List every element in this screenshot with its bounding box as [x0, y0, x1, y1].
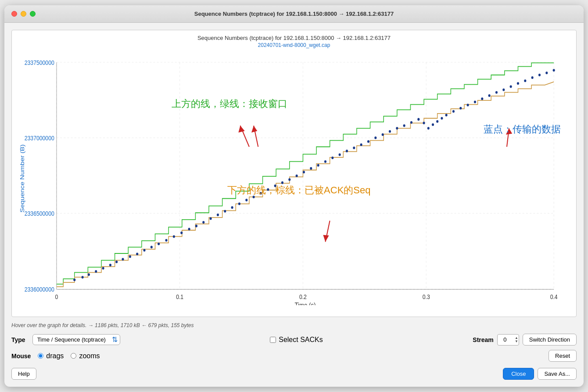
svg-text:2337000000: 2337000000	[25, 135, 54, 142]
svg-point-91	[553, 69, 555, 71]
svg-text:Time (s): Time (s)	[294, 302, 316, 305]
svg-point-63	[367, 140, 369, 143]
svg-point-48	[260, 192, 262, 195]
window-title: Sequence Numbers (tcptrace) for 192.168.…	[194, 11, 394, 17]
stream-wrapper: Stream ▲ ▼ Switch Direction	[473, 334, 577, 346]
content-area: Sequence Numbers (tcptrace) for 192.168.…	[4, 23, 584, 387]
svg-point-77	[452, 110, 455, 113]
svg-point-39	[195, 225, 197, 227]
svg-point-23	[82, 276, 84, 278]
svg-point-90	[545, 71, 548, 74]
svg-point-44	[231, 206, 233, 209]
select-sacks-label[interactable]: Select SACKs	[279, 336, 323, 344]
svg-point-82	[488, 94, 491, 97]
zooms-radio-wrapper: zooms	[71, 352, 100, 360]
svg-point-49	[267, 188, 269, 191]
type-select[interactable]: Time / Sequence (tcptrace)	[32, 334, 120, 345]
svg-point-57	[324, 160, 326, 163]
select-sacks-checkbox[interactable]	[270, 337, 276, 343]
help-button[interactable]: Help	[11, 368, 36, 380]
svg-point-87	[524, 79, 526, 82]
svg-point-28	[115, 260, 118, 263]
drags-label[interactable]: drags	[46, 352, 64, 360]
svg-marker-99	[506, 128, 512, 135]
type-label: Type	[11, 336, 25, 343]
svg-point-79	[467, 104, 469, 107]
svg-point-37	[180, 232, 183, 234]
svg-point-50	[274, 185, 276, 187]
svg-point-27	[109, 264, 111, 266]
switch-direction-button[interactable]: Switch Direction	[523, 334, 577, 346]
stream-down-button[interactable]: ▼	[515, 340, 518, 343]
svg-text:0.3: 0.3	[423, 293, 430, 300]
svg-point-59	[339, 153, 341, 156]
svg-point-31	[136, 253, 138, 255]
stream-input-wrapper: ▲ ▼	[497, 334, 519, 346]
save-as-button[interactable]: Save As...	[538, 368, 577, 380]
svg-point-34	[158, 242, 160, 245]
svg-text:2336000000: 2336000000	[25, 286, 54, 293]
svg-point-40	[202, 221, 204, 224]
bottom-right: Close Save As...	[503, 368, 577, 380]
svg-point-84	[502, 89, 505, 91]
svg-point-45	[238, 203, 240, 205]
svg-point-89	[538, 74, 541, 76]
svg-point-66	[389, 130, 391, 133]
status-bar: Hover over the graph for details. → 1186…	[11, 321, 577, 329]
svg-point-32	[143, 249, 145, 252]
close-traffic-light[interactable]	[11, 11, 17, 17]
minimize-traffic-light[interactable]	[21, 11, 26, 17]
svg-point-85	[510, 85, 512, 88]
svg-point-65	[382, 133, 384, 136]
svg-text:0.2: 0.2	[299, 293, 307, 300]
zooms-radio[interactable]	[71, 353, 76, 359]
svg-point-86	[517, 82, 519, 85]
svg-text:2337500000: 2337500000	[25, 59, 54, 66]
svg-point-54	[303, 171, 305, 174]
svg-point-76	[445, 114, 448, 116]
maximize-traffic-light[interactable]	[30, 11, 36, 17]
svg-point-73	[432, 123, 434, 126]
svg-marker-95	[251, 126, 257, 133]
svg-text:Sequence Number (B): Sequence Number (B)	[19, 144, 25, 213]
reset-button[interactable]: Reset	[549, 350, 577, 362]
svg-point-38	[188, 228, 190, 231]
svg-point-47	[253, 196, 255, 198]
svg-point-36	[173, 235, 175, 238]
svg-point-68	[403, 125, 405, 127]
graph-subtitle: 20240701-wnd-8000_wget.cap	[16, 42, 572, 48]
svg-text:0: 0	[55, 293, 58, 300]
svg-point-80	[474, 100, 476, 103]
svg-point-33	[151, 246, 153, 249]
svg-point-55	[310, 167, 312, 170]
svg-point-41	[210, 217, 212, 220]
type-select-wrapper: Time / Sequence (tcptrace) ⇅	[32, 334, 120, 345]
controls-row2: Mouse drags zooms Reset	[11, 350, 577, 362]
graph-title: Sequence Numbers (tcptrace) for 192.168.…	[16, 35, 572, 41]
drags-radio-wrapper: drags	[38, 352, 64, 360]
titlebar: Sequence Numbers (tcptrace) for 192.168.…	[4, 5, 584, 23]
svg-point-29	[122, 258, 124, 260]
drags-radio[interactable]	[38, 353, 43, 359]
svg-point-25	[95, 270, 97, 273]
svg-point-35	[165, 239, 167, 242]
svg-point-83	[495, 91, 498, 94]
svg-point-88	[531, 76, 534, 79]
graph-area[interactable]: Sequence Number (B)	[16, 52, 572, 305]
svg-point-42	[217, 214, 219, 216]
svg-point-74	[436, 120, 438, 123]
traffic-lights	[11, 11, 36, 17]
svg-point-51	[281, 182, 283, 184]
svg-point-24	[88, 273, 90, 276]
svg-point-52	[288, 178, 290, 181]
close-button[interactable]: Close	[503, 368, 534, 380]
svg-point-53	[296, 175, 298, 177]
mouse-label: Mouse	[11, 353, 31, 360]
svg-point-26	[102, 267, 104, 270]
svg-text:0.1: 0.1	[176, 293, 183, 300]
zooms-label[interactable]: zooms	[79, 352, 100, 360]
bottom-left: Help	[11, 368, 36, 380]
stream-spinner[interactable]: ▲ ▼	[515, 336, 518, 343]
select-sacks-wrapper: Select SACKs	[127, 336, 466, 344]
svg-text:2336500000: 2336500000	[25, 210, 54, 217]
